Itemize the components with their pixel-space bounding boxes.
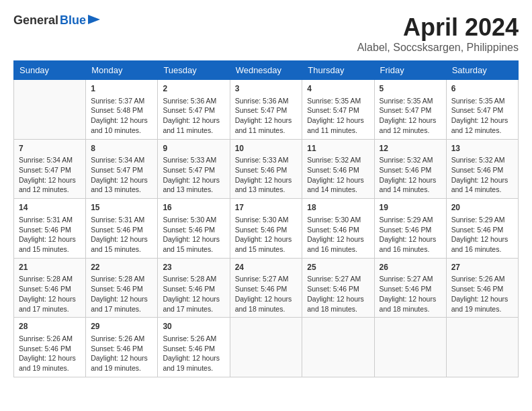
- day-number: 27: [451, 262, 513, 273]
- calendar-cell: [230, 318, 302, 377]
- calendar-cell: 6Sunrise: 5:35 AM Sunset: 5:47 PM Daylig…: [446, 80, 518, 140]
- day-info: Sunrise: 5:28 AM Sunset: 5:46 PM Dayligh…: [19, 274, 81, 314]
- calendar-cell: 1Sunrise: 5:37 AM Sunset: 5:48 PM Daylig…: [86, 80, 158, 140]
- day-info: Sunrise: 5:28 AM Sunset: 5:46 PM Dayligh…: [91, 274, 152, 314]
- calendar-table: SundayMondayTuesdayWednesdayThursdayFrid…: [13, 60, 519, 377]
- day-info: Sunrise: 5:33 AM Sunset: 5:46 PM Dayligh…: [235, 155, 298, 195]
- day-of-week-header: Saturday: [446, 61, 518, 80]
- calendar-cell: 10Sunrise: 5:33 AM Sunset: 5:46 PM Dayli…: [230, 139, 302, 199]
- calendar-cell: 23Sunrise: 5:28 AM Sunset: 5:46 PM Dayli…: [158, 258, 230, 318]
- day-info: Sunrise: 5:36 AM Sunset: 5:47 PM Dayligh…: [235, 96, 298, 136]
- day-info: Sunrise: 5:37 AM Sunset: 5:48 PM Dayligh…: [91, 96, 152, 136]
- day-number: 17: [235, 202, 298, 214]
- day-info: Sunrise: 5:27 AM Sunset: 5:46 PM Dayligh…: [307, 274, 369, 314]
- day-number: 12: [380, 143, 441, 154]
- day-info: Sunrise: 5:30 AM Sunset: 5:46 PM Dayligh…: [163, 215, 224, 255]
- day-info: Sunrise: 5:33 AM Sunset: 5:47 PM Dayligh…: [163, 155, 224, 195]
- calendar-cell: [446, 318, 518, 377]
- calendar-cell: 12Sunrise: 5:32 AM Sunset: 5:46 PM Dayli…: [374, 139, 446, 199]
- day-number: 8: [91, 143, 152, 154]
- svg-marker-0: [88, 15, 100, 24]
- day-info: Sunrise: 5:35 AM Sunset: 5:47 PM Dayligh…: [451, 96, 513, 136]
- day-info: Sunrise: 5:29 AM Sunset: 5:46 PM Dayligh…: [380, 215, 441, 255]
- week-row: 28Sunrise: 5:26 AM Sunset: 5:46 PM Dayli…: [14, 318, 519, 377]
- calendar-cell: [374, 318, 446, 377]
- day-number: 10: [235, 143, 298, 154]
- logo-blue-text: Blue: [60, 13, 86, 28]
- day-of-week-header: Thursday: [302, 61, 374, 80]
- day-info: Sunrise: 5:31 AM Sunset: 5:46 PM Dayligh…: [91, 215, 152, 255]
- calendar-cell: 21Sunrise: 5:28 AM Sunset: 5:46 PM Dayli…: [14, 258, 86, 318]
- calendar-cell: 3Sunrise: 5:36 AM Sunset: 5:47 PM Daylig…: [230, 80, 302, 140]
- calendar-cell: 16Sunrise: 5:30 AM Sunset: 5:46 PM Dayli…: [158, 199, 230, 259]
- day-info: Sunrise: 5:26 AM Sunset: 5:46 PM Dayligh…: [163, 334, 224, 373]
- calendar-cell: 5Sunrise: 5:35 AM Sunset: 5:47 PM Daylig…: [374, 80, 446, 140]
- calendar-cell: 18Sunrise: 5:30 AM Sunset: 5:46 PM Dayli…: [302, 199, 374, 259]
- calendar-cell: 9Sunrise: 5:33 AM Sunset: 5:47 PM Daylig…: [158, 139, 230, 199]
- day-of-week-header: Sunday: [14, 61, 86, 80]
- calendar-cell: 28Sunrise: 5:26 AM Sunset: 5:46 PM Dayli…: [14, 318, 86, 377]
- calendar-cell: 29Sunrise: 5:26 AM Sunset: 5:46 PM Dayli…: [86, 318, 158, 377]
- day-number: 22: [91, 262, 152, 273]
- calendar-cell: 17Sunrise: 5:30 AM Sunset: 5:46 PM Dayli…: [230, 199, 302, 259]
- calendar-cell: 30Sunrise: 5:26 AM Sunset: 5:46 PM Dayli…: [158, 318, 230, 377]
- day-number: 13: [451, 143, 513, 154]
- calendar-cell: 26Sunrise: 5:27 AM Sunset: 5:46 PM Dayli…: [374, 258, 446, 318]
- calendar-cell: 20Sunrise: 5:29 AM Sunset: 5:46 PM Dayli…: [446, 199, 518, 259]
- day-number: 25: [307, 262, 369, 273]
- week-row: 7Sunrise: 5:34 AM Sunset: 5:47 PM Daylig…: [14, 139, 519, 199]
- calendar-cell: [14, 80, 86, 140]
- day-number: 1: [91, 83, 152, 95]
- week-row: 21Sunrise: 5:28 AM Sunset: 5:46 PM Dayli…: [14, 258, 519, 318]
- title-area: April 2024 Alabel, Soccsksargen, Philipp…: [357, 13, 519, 54]
- header-row: SundayMondayTuesdayWednesdayThursdayFrid…: [14, 61, 519, 80]
- day-info: Sunrise: 5:35 AM Sunset: 5:47 PM Dayligh…: [380, 96, 441, 136]
- calendar-cell: 22Sunrise: 5:28 AM Sunset: 5:46 PM Dayli…: [86, 258, 158, 318]
- day-info: Sunrise: 5:35 AM Sunset: 5:47 PM Dayligh…: [307, 96, 369, 136]
- day-number: 19: [380, 202, 441, 214]
- day-number: 3: [235, 83, 298, 95]
- logo-arrow-icon: [88, 15, 100, 24]
- day-number: 28: [19, 321, 81, 332]
- day-number: 6: [451, 83, 513, 95]
- day-of-week-header: Monday: [86, 61, 158, 80]
- month-title: April 2024: [357, 13, 519, 42]
- day-number: 4: [307, 83, 369, 95]
- day-number: 9: [163, 143, 224, 154]
- calendar-cell: 7Sunrise: 5:34 AM Sunset: 5:47 PM Daylig…: [14, 139, 86, 199]
- day-number: 20: [451, 202, 513, 214]
- page-header: General Blue April 2024 Alabel, Soccsksa…: [13, 13, 519, 54]
- day-of-week-header: Tuesday: [158, 61, 230, 80]
- calendar-cell: 13Sunrise: 5:32 AM Sunset: 5:46 PM Dayli…: [446, 139, 518, 199]
- day-number: 5: [380, 83, 441, 95]
- day-number: 30: [163, 321, 224, 332]
- day-number: 21: [19, 262, 81, 273]
- week-row: 1Sunrise: 5:37 AM Sunset: 5:48 PM Daylig…: [14, 80, 519, 140]
- calendar-cell: 4Sunrise: 5:35 AM Sunset: 5:47 PM Daylig…: [302, 80, 374, 140]
- calendar-cell: 2Sunrise: 5:36 AM Sunset: 5:47 PM Daylig…: [158, 80, 230, 140]
- calendar-cell: 11Sunrise: 5:32 AM Sunset: 5:46 PM Dayli…: [302, 139, 374, 199]
- calendar-cell: 24Sunrise: 5:27 AM Sunset: 5:46 PM Dayli…: [230, 258, 302, 318]
- day-number: 2: [163, 83, 224, 95]
- day-of-week-header: Friday: [374, 61, 446, 80]
- week-row: 14Sunrise: 5:31 AM Sunset: 5:46 PM Dayli…: [14, 199, 519, 259]
- day-info: Sunrise: 5:32 AM Sunset: 5:46 PM Dayligh…: [307, 155, 369, 195]
- day-info: Sunrise: 5:26 AM Sunset: 5:46 PM Dayligh…: [19, 334, 81, 373]
- calendar-cell: 15Sunrise: 5:31 AM Sunset: 5:46 PM Dayli…: [86, 199, 158, 259]
- day-number: 16: [163, 202, 224, 214]
- day-info: Sunrise: 5:29 AM Sunset: 5:46 PM Dayligh…: [451, 215, 513, 255]
- day-number: 14: [19, 202, 81, 214]
- day-info: Sunrise: 5:30 AM Sunset: 5:46 PM Dayligh…: [307, 215, 369, 255]
- day-info: Sunrise: 5:26 AM Sunset: 5:46 PM Dayligh…: [91, 334, 152, 373]
- day-number: 24: [235, 262, 298, 273]
- day-info: Sunrise: 5:32 AM Sunset: 5:46 PM Dayligh…: [380, 155, 441, 195]
- day-info: Sunrise: 5:32 AM Sunset: 5:46 PM Dayligh…: [451, 155, 513, 195]
- day-info: Sunrise: 5:34 AM Sunset: 5:47 PM Dayligh…: [91, 155, 152, 195]
- day-number: 26: [380, 262, 441, 273]
- calendar-cell: 8Sunrise: 5:34 AM Sunset: 5:47 PM Daylig…: [86, 139, 158, 199]
- calendar-cell: 27Sunrise: 5:26 AM Sunset: 5:46 PM Dayli…: [446, 258, 518, 318]
- day-info: Sunrise: 5:28 AM Sunset: 5:46 PM Dayligh…: [163, 274, 224, 314]
- calendar-cell: 19Sunrise: 5:29 AM Sunset: 5:46 PM Dayli…: [374, 199, 446, 259]
- day-number: 23: [163, 262, 224, 273]
- calendar-cell: 14Sunrise: 5:31 AM Sunset: 5:46 PM Dayli…: [14, 199, 86, 259]
